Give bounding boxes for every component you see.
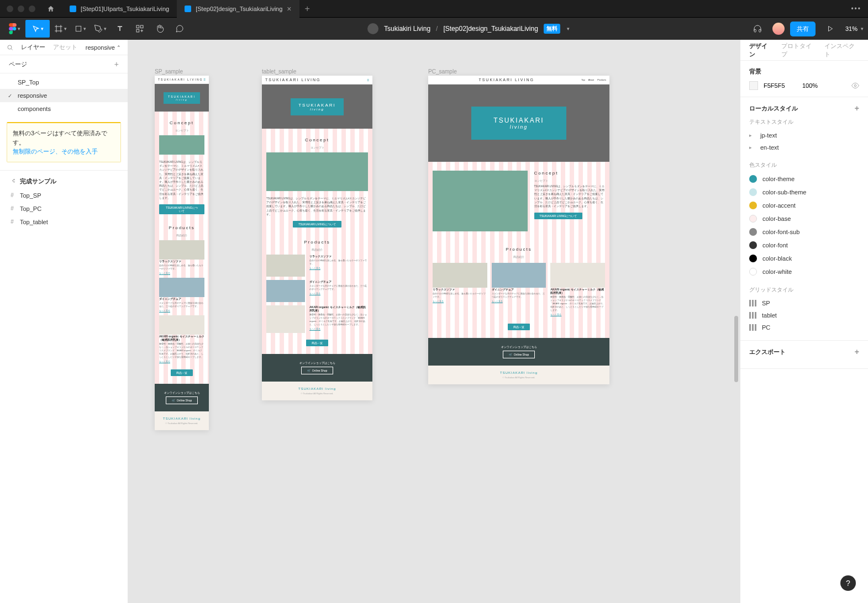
color-swatch[interactable] — [749, 81, 758, 90]
pen-tool-button[interactable]: ▾ — [91, 20, 109, 38]
upgrade-notice: 無料の3ページはすべて使用済みです。 無制限のページ、その他を入手 — [7, 122, 121, 162]
frame-sp[interactable]: TSUKIAKARI LIVING≡ TSUKIAKARIliving Conc… — [155, 76, 209, 430]
page-selector[interactable]: responsive ⌃ — [86, 44, 121, 51]
new-tab-button[interactable]: + — [299, 0, 315, 18]
frame-tool-button[interactable]: ▾ — [51, 20, 70, 38]
search-icon[interactable] — [7, 44, 13, 51]
traffic-lights[interactable] — [7, 6, 35, 12]
local-styles-section: ローカルスタイル+ テキストスタイル ▸jp-text ▸en-text 色スタ… — [740, 97, 868, 341]
frame-label[interactable]: SP_sample — [155, 68, 183, 75]
add-page-button[interactable]: + — [114, 60, 119, 68]
canvas[interactable]: SP_sample tablet_sample PC_sample TSUKIA… — [128, 40, 740, 603]
frame-icon: # — [9, 205, 15, 212]
menu-icon[interactable]: ••• — [851, 5, 861, 13]
color-style-item[interactable]: color-font-sub — [749, 225, 859, 239]
upgrade-link[interactable]: 無制限のページ、その他を入手 — [13, 148, 98, 155]
figma-menu-button[interactable]: ▾ — [4, 20, 24, 38]
headphones-icon[interactable] — [748, 20, 767, 38]
pages-list: SP_Top ✓responsive components — [0, 73, 128, 118]
color-swatch-icon — [749, 175, 757, 183]
svg-point-9 — [854, 84, 856, 87]
file-tab[interactable]: [Step01]UIparts_TsukiakariLiving — [62, 0, 177, 18]
color-style-item[interactable]: color-accent — [749, 199, 859, 212]
hex-input[interactable] — [764, 82, 797, 89]
move-tool-button[interactable]: ▾ — [25, 20, 50, 38]
color-style-item[interactable]: color-font — [749, 239, 859, 252]
user-avatar[interactable] — [772, 23, 785, 35]
notice-text: 無料の3ページはすべて使用済みです。 — [13, 129, 115, 147]
file-tabs: [Step01]UIparts_TsukiakariLiving [Step02… — [62, 0, 315, 18]
grid-style-item[interactable]: tablet — [749, 309, 859, 321]
grid-style-item[interactable]: PC — [749, 321, 859, 334]
color-style-item[interactable]: color-sub-theme — [749, 186, 859, 199]
opacity-input[interactable] — [802, 82, 824, 89]
grid-icon — [749, 312, 756, 319]
help-button[interactable]: ? — [840, 575, 856, 591]
shape-tool-button[interactable]: ▾ — [71, 20, 90, 38]
hand-tool-button[interactable] — [150, 20, 169, 38]
eye-icon[interactable] — [851, 82, 859, 89]
svg-rect-4 — [136, 25, 139, 28]
frame-label[interactable]: tablet_sample — [262, 68, 296, 75]
color-swatch-icon — [749, 255, 757, 262]
layer-item[interactable]: #Top_PC — [0, 202, 128, 215]
file-breadcrumb: Tsukiakiri Living / [Step02]design_Tsuki… — [189, 23, 748, 34]
left-panel-tabs: レイヤー アセット responsive ⌃ — [0, 40, 128, 55]
share-button[interactable]: 共有 — [790, 22, 816, 36]
chevron-down-icon[interactable]: ▾ — [567, 26, 570, 31]
page-item[interactable]: components — [0, 102, 128, 115]
add-export-button[interactable]: + — [855, 347, 859, 356]
plan-badge: 無料 — [544, 24, 560, 34]
toolbar-tools: ▾ ▾ ▾ ▾ ▾ — [4, 20, 189, 38]
color-style-item[interactable]: color-base — [749, 212, 859, 225]
text-style-item[interactable]: ▸jp-text — [749, 129, 859, 141]
prototype-tab[interactable]: プロトタイプ — [781, 42, 816, 59]
color-style-item[interactable]: color-white — [749, 265, 859, 278]
team-avatar[interactable] — [367, 23, 378, 34]
svg-rect-6 — [136, 29, 139, 32]
color-style-item[interactable]: color-theme — [749, 172, 859, 186]
color-style-item[interactable]: color-black — [749, 252, 859, 265]
grid-style-item[interactable]: SP — [749, 297, 859, 309]
design-tab[interactable]: デザイン — [749, 42, 772, 59]
inspect-tab[interactable]: インスペクト — [824, 42, 859, 59]
color-swatch-icon — [749, 228, 757, 236]
layer-item[interactable]: #Top_SP — [0, 189, 128, 202]
main-toolbar: ▾ ▾ ▾ ▾ ▾ Tsukiakiri Living / [St — [0, 18, 868, 40]
svg-point-7 — [8, 45, 12, 49]
close-icon[interactable]: × — [287, 4, 291, 13]
zoom-control[interactable]: 31%▾ — [845, 25, 864, 32]
layer-item[interactable]: #Top_tablet — [0, 215, 128, 229]
tab-label: [Step02]design_TsukiakariLiving — [196, 6, 282, 12]
layers-tab[interactable]: レイヤー — [21, 43, 45, 51]
frame-tablet[interactable]: TSUKIAKARI LIVING≡ TSUKIAKARIliving Conc… — [262, 76, 372, 400]
add-style-button[interactable]: + — [855, 104, 859, 113]
layer-item[interactable]: 完成サンプル — [0, 174, 128, 189]
present-button[interactable] — [821, 20, 840, 38]
breadcrumb-sep: / — [436, 25, 438, 33]
svg-point-2 — [12, 27, 16, 31]
home-button[interactable] — [44, 2, 57, 15]
subsection-header: テキストスタイル — [749, 118, 859, 126]
file-tab-active[interactable]: [Step02]design_TsukiakariLiving × — [177, 0, 299, 18]
file-name[interactable]: [Step02]design_TsukiakariLiving — [443, 25, 538, 33]
layers-list: 完成サンプル #Top_SP #Top_PC #Top_tablet — [0, 170, 128, 232]
page-item[interactable]: SP_Top — [0, 76, 128, 89]
page-item-selected[interactable]: ✓responsive — [0, 89, 128, 102]
text-style-item[interactable]: ▸en-text — [749, 141, 859, 154]
text-tool-button[interactable] — [111, 20, 129, 38]
comment-tool-button[interactable] — [170, 20, 189, 38]
toolbar-right: 共有 31%▾ — [748, 20, 864, 38]
frame-pc[interactable]: TSUKIAKARI LIVINGTopAboutProducts TSUKIA… — [428, 76, 609, 384]
frame-label[interactable]: PC_sample — [428, 68, 457, 75]
svg-rect-5 — [140, 25, 143, 28]
canvas-scrollbar[interactable] — [734, 316, 738, 382]
assets-tab[interactable]: アセット — [53, 43, 77, 51]
project-name[interactable]: Tsukiakiri Living — [384, 25, 430, 33]
resources-button[interactable] — [130, 20, 149, 38]
left-panel: レイヤー アセット responsive ⌃ ページ + SP_Top ✓res… — [0, 40, 128, 603]
svg-rect-0 — [70, 6, 76, 12]
chevron-right-icon: ▸ — [749, 133, 755, 138]
frame-icon: # — [9, 192, 15, 199]
pages-header: ページ + — [0, 55, 128, 73]
